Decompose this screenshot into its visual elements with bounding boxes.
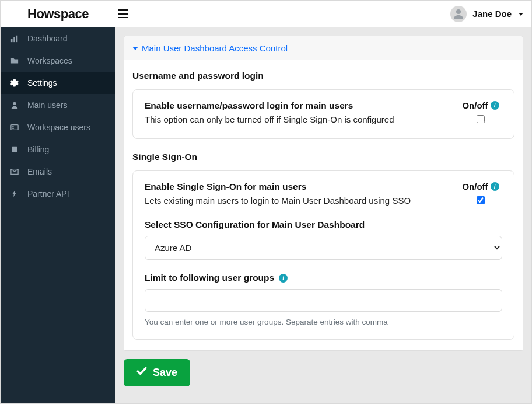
enable-username-label: Enable username/password login for main … xyxy=(145,100,450,111)
sidebar-item-workspaces[interactable]: Workspaces xyxy=(1,50,116,72)
svg-point-0 xyxy=(456,9,461,14)
svg-rect-3 xyxy=(16,36,18,42)
svg-point-6 xyxy=(12,126,14,128)
username-login-card: Enable username/password login for main … xyxy=(132,89,514,139)
sidebar-item-label: Settings xyxy=(27,78,57,88)
sidebar-item-main-users[interactable]: Main users xyxy=(1,94,116,116)
sidebar-item-label: Workspaces xyxy=(27,56,72,65)
save-button[interactable]: Save xyxy=(124,359,190,386)
user-groups-label: Limit to following user groups xyxy=(145,273,274,283)
chart-icon xyxy=(10,34,19,43)
svg-rect-2 xyxy=(13,37,15,42)
panel-title: Main User Dashboard Access Control xyxy=(142,43,288,53)
sidebar-item-settings[interactable]: Settings xyxy=(1,72,116,94)
enable-username-desc: This option can only be turned off if Si… xyxy=(145,114,450,124)
sidebar-item-label: Emails xyxy=(27,167,52,176)
id-card-icon xyxy=(10,123,19,132)
book-icon xyxy=(10,145,19,154)
sidebar-item-label: Dashboard xyxy=(27,34,68,43)
main-content: Main User Dashboard Access Control Usern… xyxy=(116,27,531,403)
sidebar-item-emails[interactable]: Emails xyxy=(1,161,116,183)
plug-icon xyxy=(10,189,19,198)
section-sso-title: Single Sign-On xyxy=(132,152,514,162)
sidebar-item-workspace-users[interactable]: Workspace users xyxy=(1,116,116,138)
onoff-label: On/off i xyxy=(462,182,499,191)
onoff-label: On/off i xyxy=(462,100,499,110)
user-menu[interactable]: Jane Doe xyxy=(450,6,523,22)
brand-logo: Howspace xyxy=(4,1,112,27)
folder-icon xyxy=(10,56,19,65)
save-button-label: Save xyxy=(153,367,177,379)
envelope-icon xyxy=(10,167,19,176)
sidebar: Dashboard Workspaces Settings Main users… xyxy=(1,27,116,403)
enable-sso-checkbox[interactable] xyxy=(477,196,485,204)
gear-icon xyxy=(10,78,19,88)
sidebar-item-label: Billing xyxy=(27,145,49,154)
app-root: Howspace Jane Doe Dashboard Workspaces xyxy=(0,0,532,404)
menu-toggle-icon[interactable] xyxy=(118,6,133,22)
body: Dashboard Workspaces Settings Main users… xyxy=(1,27,531,403)
brand-text: Howspace xyxy=(27,6,89,22)
user-groups-hint: You can enter one or more user groups. S… xyxy=(145,318,502,326)
info-icon[interactable]: i xyxy=(491,101,499,110)
panel-header[interactable]: Main User Dashboard Access Control xyxy=(124,36,523,60)
sidebar-item-partner-api[interactable]: Partner API xyxy=(1,183,116,205)
info-icon[interactable]: i xyxy=(279,274,288,283)
svg-rect-1 xyxy=(11,39,13,42)
enable-sso-desc: Lets existing main users to login to Mai… xyxy=(145,196,450,206)
sidebar-item-label: Main users xyxy=(27,100,67,110)
avatar xyxy=(450,6,467,22)
caret-down-icon xyxy=(132,47,138,50)
section-username-title: Username and password login xyxy=(132,71,514,81)
sidebar-item-dashboard[interactable]: Dashboard xyxy=(1,27,116,50)
chevron-down-icon xyxy=(519,13,523,16)
sso-config-select[interactable]: Azure AD xyxy=(145,236,502,260)
svg-point-4 xyxy=(13,102,16,105)
enable-sso-label: Enable Single Sign-On for main users xyxy=(145,182,450,192)
sidebar-item-label: Workspace users xyxy=(27,123,90,132)
svg-rect-5 xyxy=(11,125,18,130)
topbar: Howspace Jane Doe xyxy=(1,1,531,27)
sso-config-label: Select SSO Configuration for Main User D… xyxy=(145,220,502,230)
sidebar-item-billing[interactable]: Billing xyxy=(1,138,116,161)
user-groups-input[interactable] xyxy=(145,289,502,312)
sidebar-item-label: Partner API xyxy=(27,189,69,198)
info-icon[interactable]: i xyxy=(491,182,499,191)
save-row: Save xyxy=(124,351,523,396)
sso-card: Enable Single Sign-On for main users Let… xyxy=(132,170,514,340)
user-icon xyxy=(10,100,19,110)
access-control-panel: Main User Dashboard Access Control Usern… xyxy=(124,36,523,351)
enable-username-checkbox[interactable] xyxy=(477,115,485,123)
user-name: Jane Doe xyxy=(473,9,512,19)
check-icon xyxy=(136,366,147,379)
panel-body: Username and password login Enable usern… xyxy=(124,60,523,350)
